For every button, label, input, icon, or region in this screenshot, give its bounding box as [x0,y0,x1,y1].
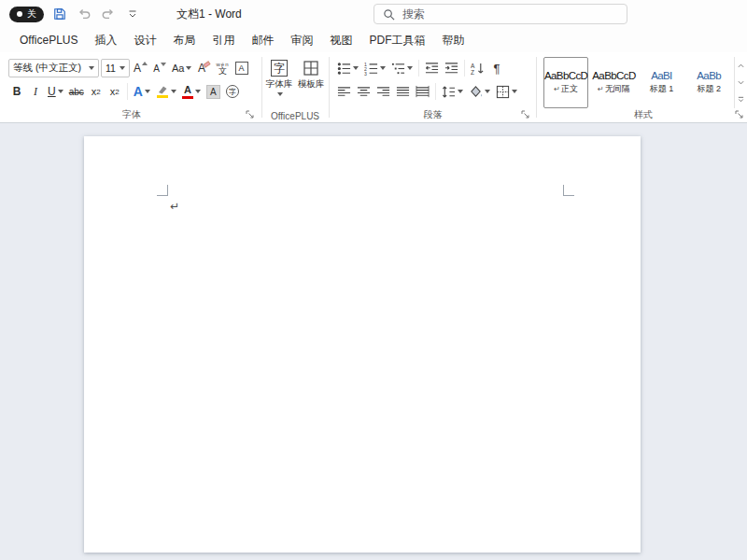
officeplus-group-label: OfficePLUS [264,111,326,121]
chevron-down-icon [458,90,463,93]
document-page[interactable]: ↵ [84,136,641,553]
text-effects-button[interactable]: A [132,82,152,101]
decrease-indent-button[interactable] [423,59,441,77]
group-divider [261,57,262,118]
change-case-icon: Aa [172,63,184,74]
justify-button[interactable] [394,82,412,101]
character-border-button[interactable]: A [233,59,250,77]
tab-insert[interactable]: 插入 [86,28,125,52]
sort-button[interactable]: A Z [469,59,486,77]
paragraph-end-mark: ↵ [170,200,179,213]
style-heading-2[interactable]: AaBb 标题 2 [686,57,731,108]
search-input[interactable] [401,7,606,21]
styles-gallery-scroll [734,57,746,108]
chevron-down-icon [186,66,191,70]
pilcrow-icon: ¶ [494,62,500,76]
chevron-down-icon [120,66,125,70]
tab-pdf-toolbox[interactable]: PDF工具箱 [360,28,433,52]
styles-dialog-launcher[interactable] [734,109,744,119]
tab-officeplus[interactable]: OfficePLUS [11,28,86,52]
shading-button[interactable] [467,82,492,101]
distribute-button[interactable] [414,82,431,101]
align-right-button[interactable] [374,82,392,101]
bullets-button[interactable] [335,59,360,77]
align-right-icon [376,85,390,99]
template-library-button[interactable]: 模板库 [297,58,326,96]
paragraph-group: 1 2 3 [332,52,533,122]
font-library-button[interactable]: 字 字体库 [265,58,294,96]
tab-mailings[interactable]: 邮件 [243,28,282,52]
character-shading-button[interactable]: A [204,82,222,101]
change-case-button[interactable]: Aa [170,59,193,77]
styles-gallery-down-button[interactable] [735,74,746,91]
font-name-select[interactable]: 等线 (中文正文) [8,59,99,77]
chevron-down-icon [195,90,201,93]
tab-help[interactable]: 帮助 [433,28,472,52]
paragraph-dialog-launcher[interactable] [520,109,530,119]
character-border-icon: A [235,62,248,75]
styles-gallery-up-button[interactable] [735,57,746,74]
toggle-pill[interactable]: 关 [9,7,44,22]
dialog-launcher-icon [735,110,744,119]
font-size-select[interactable]: 11 [101,59,130,77]
chevron-down-icon [145,90,150,93]
multilevel-list-button[interactable] [389,59,415,77]
shrink-font-button[interactable]: A [151,59,168,77]
tab-view[interactable]: 视图 [321,28,360,52]
style-normal[interactable]: AaBbCcD ↵正文 [543,57,588,108]
grow-font-button[interactable]: A [132,59,149,77]
svg-text:A: A [471,62,475,68]
tab-references[interactable]: 引用 [204,28,243,52]
font-color-button[interactable]: A [180,82,203,101]
character-shading-icon: A [206,85,220,99]
clear-formatting-button[interactable]: A [195,59,212,77]
line-spacing-button[interactable] [440,82,465,101]
redo-button[interactable] [100,6,117,22]
strikethrough-button[interactable]: abc [67,82,86,101]
grow-font-icon: A [134,62,141,75]
style-heading-1[interactable]: AaBI 标题 1 [640,57,684,108]
font-dialog-launcher[interactable] [245,109,255,119]
show-hide-marks-button[interactable]: ¶ [488,59,505,77]
margin-crop-mark-top-right [563,185,574,196]
styles-gallery-more-button[interactable] [735,91,746,108]
chevron-down-icon [380,66,386,70]
numbering-button[interactable]: 1 2 3 [362,59,388,77]
subscript-button[interactable]: x2 [88,82,105,101]
paragraph-mark-icon: ↵ [554,85,560,93]
italic-button[interactable]: I [27,82,44,101]
enclose-characters-button[interactable]: 字 [224,82,241,101]
chevron-down-icon [485,90,490,93]
svg-text:3: 3 [364,71,367,76]
tab-design[interactable]: 设计 [125,28,164,52]
align-left-button[interactable] [335,82,353,101]
superscript-button[interactable]: x2 [106,82,123,101]
dialog-launcher-icon [246,110,255,119]
tab-review[interactable]: 审阅 [282,28,321,52]
styles-group: AaBbCcD ↵正文 AaBbCcD ↵无间隔 AaBI 标题 1 AaBb … [540,52,747,122]
borders-button[interactable] [494,82,519,101]
increase-indent-icon [444,62,458,76]
redo-icon [102,8,115,21]
bold-button[interactable]: B [8,82,25,101]
underline-button[interactable]: U [46,82,65,101]
undo-button[interactable] [76,6,92,22]
tab-layout[interactable]: 布局 [164,28,204,52]
qat-customize-button[interactable] [124,6,141,22]
highlight-button[interactable] [154,82,178,101]
toggle-dot-icon [17,11,22,17]
divider [464,60,465,77]
chevron-down-icon [407,66,413,70]
save-button[interactable] [51,6,68,22]
align-center-button[interactable] [355,82,373,101]
justify-icon [396,85,410,99]
search-box[interactable] [374,4,627,24]
increase-indent-button[interactable] [443,59,460,77]
ribbon-tabs: OfficePLUS 插入 设计 布局 引用 邮件 审阅 视图 PDF工具箱 帮… [0,28,747,52]
divider [435,83,436,100]
style-no-spacing[interactable]: AaBbCcD ↵无间隔 [591,57,636,108]
officeplus-group: 字 字体库 模板库 OfficePLUS [264,52,326,122]
phonetic-guide-button[interactable]: wén 文 [214,59,231,77]
group-divider [329,57,330,118]
line-spacing-icon [442,85,456,99]
